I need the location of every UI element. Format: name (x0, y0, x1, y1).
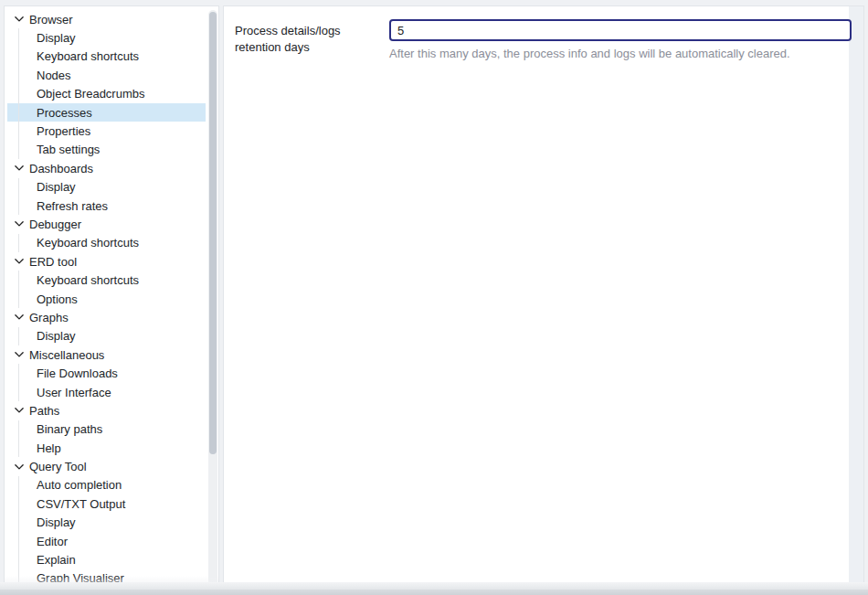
tree-group-graphs[interactable]: Graphs (7, 308, 206, 326)
tree-group-label: ERD tool (29, 255, 77, 269)
retention-days-control: After this many days, the process info a… (389, 19, 852, 61)
tree-item-label: Help (37, 441, 61, 455)
tree-group-erd-tool[interactable]: ERD tool (7, 252, 206, 271)
tree-group-browser[interactable]: Browser (7, 10, 206, 28)
dialog-bottom-fade (0, 582, 868, 590)
tree-item-options[interactable]: Options (7, 290, 206, 308)
tree-item-help[interactable]: Help (7, 439, 206, 457)
tree-group-label: Dashboards (29, 162, 93, 175)
tree-item-display[interactable]: Display (7, 178, 206, 197)
tree-item-label: Object Breadcrumbs (37, 87, 145, 101)
tree-group-query-tool[interactable]: Query Tool (7, 457, 206, 475)
tree-group-label: Debugger (29, 218, 81, 231)
tree-item-processes[interactable]: Processes (7, 103, 206, 122)
tree-item-label: Editor (37, 535, 68, 548)
retention-days-help-text: After this many days, the process info a… (389, 47, 852, 61)
preferences-dialog: BrowserDisplayKeyboard shortcutsNodesObj… (0, 0, 868, 595)
tree-item-explain[interactable]: Explain (7, 550, 206, 568)
tree-item-object-breadcrumbs[interactable]: Object Breadcrumbs (7, 85, 206, 103)
tree-group-label: Miscellaneous (29, 348, 104, 362)
tree-item-refresh-rates[interactable]: Refresh rates (7, 197, 206, 215)
tree-item-properties[interactable]: Properties (7, 122, 206, 140)
tree-item-label: CSV/TXT Output (37, 497, 125, 511)
tree-item-label: Nodes (37, 69, 71, 82)
tree-item-label: Display (37, 31, 76, 45)
tree-item-label: Explain (37, 553, 76, 567)
chevron-down-icon[interactable] (14, 462, 25, 473)
tree-group-miscellaneous[interactable]: Miscellaneous (7, 345, 206, 364)
retention-days-input[interactable] (389, 19, 852, 41)
tree-item-label: Display (37, 329, 76, 343)
chevron-down-icon[interactable] (14, 218, 25, 229)
tree-item-label: Processes (37, 106, 92, 120)
tree-item-user-interface[interactable]: User Interface (7, 383, 206, 401)
tree-item-label: Keyboard shortcuts (37, 273, 139, 287)
tree-item-csv-txt-output[interactable]: CSV/TXT Output (7, 494, 206, 513)
tree-item-label: Properties (37, 124, 90, 138)
tree-item-label: User Interface (37, 386, 111, 399)
tree-group-paths[interactable]: Paths (7, 401, 206, 420)
preferences-sidebar: BrowserDisplayKeyboard shortcutsNodesObj… (4, 5, 219, 590)
tree-item-keyboard-shortcuts[interactable]: Keyboard shortcuts (7, 234, 206, 252)
chevron-down-icon[interactable] (14, 14, 25, 25)
tree-item-binary-paths[interactable]: Binary paths (7, 420, 206, 439)
content-scrollbar-track (849, 6, 863, 589)
tree-item-label: Tab settings (37, 143, 100, 156)
tree-item-label: File Downloads (37, 367, 118, 380)
tree-item-tab-settings[interactable]: Tab settings (7, 141, 206, 159)
settings-panel: Process details/logs retention days Afte… (223, 5, 864, 590)
preferences-tree: BrowserDisplayKeyboard shortcutsNodesObj… (7, 10, 206, 588)
chevron-down-icon[interactable] (14, 163, 25, 174)
tree-item-auto-completion[interactable]: Auto completion (7, 476, 206, 494)
tree-group-label: Browser (29, 13, 73, 27)
retention-days-label: Process details/logs retention days (235, 19, 389, 55)
sidebar-scrollbar-track[interactable] (208, 10, 217, 585)
tree-group-label: Graphs (29, 311, 69, 324)
tree-group-dashboards[interactable]: Dashboards (7, 159, 206, 177)
dialog-bottom-edge (0, 590, 868, 595)
tree-item-display[interactable]: Display (7, 28, 206, 47)
tree-group-debugger[interactable]: Debugger (7, 215, 206, 233)
sidebar-scrollbar-thumb[interactable] (209, 12, 217, 454)
tree-item-label: Binary paths (37, 422, 102, 436)
tree-item-keyboard-shortcuts[interactable]: Keyboard shortcuts (7, 271, 206, 289)
tree-item-label: Display (37, 180, 76, 194)
tree-item-nodes[interactable]: Nodes (7, 66, 206, 84)
tree-item-editor[interactable]: Editor (7, 532, 206, 550)
tree-item-display[interactable]: Display (7, 514, 206, 532)
tree-item-label: Options (37, 292, 78, 306)
tree-item-label: Keyboard shortcuts (37, 236, 139, 250)
tree-item-label: Refresh rates (37, 199, 108, 213)
tree-item-label: Auto completion (37, 478, 122, 492)
tree-item-file-downloads[interactable]: File Downloads (7, 364, 206, 382)
tree-item-label: Display (37, 515, 76, 529)
tree-item-display[interactable]: Display (7, 327, 206, 345)
chevron-down-icon[interactable] (14, 405, 25, 416)
chevron-down-icon[interactable] (14, 312, 25, 323)
tree-item-keyboard-shortcuts[interactable]: Keyboard shortcuts (7, 48, 206, 66)
tree-group-label: Query Tool (29, 460, 87, 473)
tree-item-label: Keyboard shortcuts (37, 49, 139, 63)
chevron-down-icon[interactable] (14, 256, 25, 267)
retention-days-field-row: Process details/logs retention days Afte… (235, 19, 838, 61)
tree-group-label: Paths (29, 404, 59, 418)
chevron-down-icon[interactable] (14, 349, 25, 360)
